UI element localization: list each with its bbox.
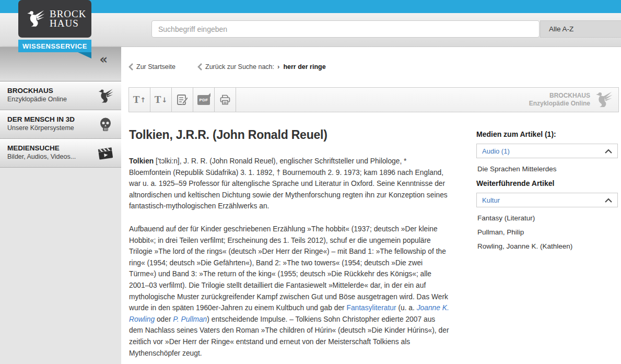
related-item-list: Fantasy (Literatur)Pullman, PhilipRowlin… bbox=[476, 214, 618, 250]
breadcrumb-home-link[interactable]: Zur Startseite bbox=[136, 63, 175, 71]
article-title: Tolkien, J.R.R. (John Ronald Reuel) bbox=[129, 128, 327, 142]
audio-item-list: Die Sprachen Mittelerdes bbox=[476, 165, 618, 173]
breadcrumb: Zur Startseite Zurück zur Suche nach: › … bbox=[128, 63, 326, 71]
article-text: Tolkien bbox=[129, 157, 154, 165]
griffin-icon bbox=[26, 9, 45, 29]
article-paragraph: Tolkien ['tɔlki:n], J. R. R. (John Ronal… bbox=[129, 156, 450, 212]
sidebar-item-mediensuche[interactable]: MEDIENSUCHE Bilder, Audios, Videos... bbox=[0, 139, 121, 168]
related-dropdown[interactable]: Kultur bbox=[476, 193, 618, 207]
sidebar-collapse-button[interactable]: « bbox=[99, 52, 108, 67]
main-content: Zur Startseite Zurück zur Suche nach: › … bbox=[121, 47, 621, 364]
note-button[interactable] bbox=[172, 88, 193, 112]
related-article-link[interactable]: Rowling, Joanne K. (Kathleen) bbox=[477, 242, 618, 250]
sidebar-item-brockhaus[interactable]: BROCKHAUS Enzyklopädie Online bbox=[0, 81, 121, 110]
article-text: Aufbauend auf der für Kinder geschrieben… bbox=[129, 225, 448, 312]
banner-fold bbox=[78, 52, 91, 58]
audio-dropdown-label: Audio (1) bbox=[482, 147, 510, 155]
media-clapper-icon bbox=[97, 145, 114, 162]
media-panel: Medien zum Artikel (1): Audio (1) Die Sp… bbox=[476, 130, 618, 256]
audio-dropdown[interactable]: Audio (1) bbox=[476, 144, 618, 158]
article-body: Tolkien ['tɔlki:n], J. R. R. (John Ronal… bbox=[129, 156, 450, 364]
search-input[interactable] bbox=[151, 20, 540, 38]
all-az-button[interactable]: Alle A-Z bbox=[540, 20, 621, 38]
article-text: oder bbox=[155, 315, 173, 323]
griffin-icon bbox=[594, 90, 613, 109]
font-increase-button[interactable]: T ↑ bbox=[129, 88, 150, 112]
brockhaus-logo[interactable]: BROCK HAUS bbox=[18, 0, 91, 38]
chevron-left-icon bbox=[197, 63, 202, 71]
left-sidebar: « BROCKHAUS Enzyklopädie Online DER MENS… bbox=[0, 47, 121, 364]
printer-icon bbox=[219, 93, 231, 106]
all-az-label: Alle A-Z bbox=[549, 25, 573, 33]
wissensservice-banner: WISSENSSERVICE bbox=[18, 40, 91, 52]
print-button[interactable] bbox=[215, 88, 236, 112]
audio-item-link[interactable]: Die Sprachen Mittelerdes bbox=[477, 165, 618, 173]
related-article-link[interactable]: Fantasy (Literatur) bbox=[477, 214, 618, 222]
skull-icon bbox=[97, 116, 114, 133]
article-toolbar: T ↑ T ↓ PDF bbox=[128, 87, 619, 112]
pdf-button[interactable]: PDF bbox=[193, 88, 215, 112]
article-link[interactable]: Fantasyliteratur bbox=[347, 304, 396, 312]
media-heading: Medien zum Artikel (1): bbox=[476, 130, 618, 138]
related-heading: Weiterführende Artikel bbox=[476, 179, 618, 187]
sidebar-item-mensch-3d[interactable]: DER MENSCH IN 3D Unsere Körpersysteme bbox=[0, 110, 121, 139]
article-text: (u. a. bbox=[396, 304, 417, 312]
breadcrumb-separator: › bbox=[277, 63, 279, 71]
griffin-icon bbox=[97, 88, 114, 104]
top-accent-bar bbox=[0, 0, 621, 13]
related-dropdown-label: Kultur bbox=[482, 196, 500, 204]
logo-wordmark: BROCK HAUS bbox=[50, 9, 86, 28]
article-link[interactable]: P. Pullman bbox=[173, 315, 207, 323]
chevron-left-icon bbox=[128, 63, 133, 71]
note-edit-icon bbox=[176, 93, 189, 106]
chevron-up-icon bbox=[605, 149, 612, 154]
article-text: ['tɔlki:n], J. R. R. (John Ronald Reuel)… bbox=[129, 157, 448, 210]
related-article-link[interactable]: Pullman, Philip bbox=[477, 228, 618, 236]
toolbar-brand-line1: BROCKHAUS bbox=[529, 92, 590, 100]
breadcrumb-back-link[interactable]: Zurück zur Suche nach: bbox=[205, 63, 274, 71]
toolbar-brand: BROCKHAUS Enzyklopädie Online bbox=[529, 88, 618, 112]
article-paragraph: Aufbauend auf der für Kinder geschrieben… bbox=[129, 224, 450, 359]
breadcrumb-search-query[interactable]: herr der ringe bbox=[283, 63, 325, 71]
pdf-icon: PDF bbox=[197, 95, 210, 105]
font-decrease-button[interactable]: T ↓ bbox=[150, 88, 172, 112]
chevron-up-icon bbox=[605, 198, 612, 203]
toolbar-brand-line2: Enzyklopädie Online bbox=[529, 100, 590, 108]
